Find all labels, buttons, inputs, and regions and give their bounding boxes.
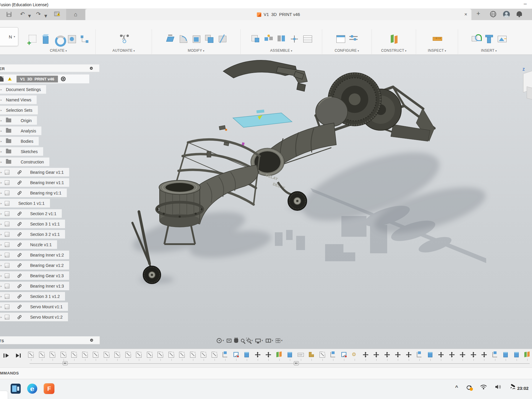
timeline-feature-icon[interactable] <box>276 351 283 359</box>
play-from-start-button[interactable] <box>3 353 10 359</box>
expand-arrow-icon[interactable]: ▸ <box>1 243 4 246</box>
app-window-icon[interactable] <box>11 384 21 394</box>
tray-chevron-up-icon[interactable]: ^ <box>455 385 458 390</box>
combine-icon[interactable] <box>203 33 215 46</box>
timeline-feature-icon[interactable] <box>103 351 110 359</box>
expand-arrow-icon[interactable]: ▸ <box>1 223 4 226</box>
timeline-feature-icon[interactable] <box>427 351 434 359</box>
timeline-feature-icon[interactable] <box>179 351 185 359</box>
viewcube-face[interactable] <box>527 87 532 102</box>
browser-tree-item[interactable]: ▸ Named Views <box>0 95 37 104</box>
browser-tree-item[interactable]: ▸ Section 3 2 v1:1 <box>0 230 65 239</box>
timeline-feature-icon[interactable] <box>49 351 56 359</box>
undo-button[interactable]: ↶ <box>20 11 25 17</box>
timeline-feature-icon[interactable] <box>330 351 336 359</box>
home-tab[interactable]: ⌂ <box>66 9 85 20</box>
timeline-feature-icon[interactable] <box>200 351 207 359</box>
document-tab[interactable]: V1 3D PRINT v46 × <box>85 9 471 20</box>
timeline-feature-icon[interactable] <box>244 351 250 359</box>
expand-arrow-icon[interactable]: ▸ <box>1 285 4 288</box>
group-label-inspect[interactable]: INSPECT▾ <box>419 48 455 53</box>
expand-arrow-icon[interactable]: ▸ <box>1 129 4 132</box>
redo-caret-icon[interactable]: ▾ <box>44 13 47 19</box>
insert-derive-icon[interactable] <box>470 33 482 46</box>
timeline-feature-icon[interactable] <box>384 351 390 359</box>
expand-arrow-icon[interactable]: ▸ <box>1 295 4 298</box>
timeline-feature-icon[interactable] <box>373 351 379 359</box>
browser-tree-item[interactable]: ▸ Bearing Gear v1:1 <box>0 168 69 176</box>
timeline-feature-icon[interactable] <box>233 351 239 359</box>
redo-button[interactable]: ↷ <box>36 11 41 17</box>
timeline-marker-handle[interactable] <box>294 361 299 365</box>
timeline-feature-icon[interactable] <box>60 351 67 359</box>
root-assembly-label[interactable]: V1 3D PRINT v46 <box>17 76 58 82</box>
timeline-feature-icon[interactable] <box>157 351 164 359</box>
construction-plane-icon[interactable] <box>388 33 400 46</box>
wifi-icon[interactable] <box>480 384 487 391</box>
timeline-feature-icon[interactable] <box>147 351 153 359</box>
user-avatar[interactable] <box>503 11 510 18</box>
expand-arrow-icon[interactable]: ▸ <box>1 88 4 91</box>
timeline-feature-icon[interactable] <box>362 351 369 359</box>
expand-arrow-icon[interactable]: ▸ <box>1 160 4 163</box>
web-home-icon[interactable] <box>490 11 496 17</box>
browser-root-row[interactable]: V1 3D PRINT v46 <box>0 74 89 83</box>
group-label-modify[interactable]: MODIFY▾ <box>154 48 238 53</box>
timeline-feature-icon[interactable] <box>416 351 423 359</box>
create-form-icon[interactable] <box>66 33 77 46</box>
timeline-feature-icon[interactable] <box>524 351 531 359</box>
timeline-feature-icon[interactable] <box>308 351 315 359</box>
expand-arrow-icon[interactable]: ▸ <box>1 119 4 122</box>
expand-arrow-icon[interactable]: ▸ <box>1 171 4 174</box>
measure-icon[interactable] <box>431 33 443 46</box>
undo-caret-icon[interactable]: ▾ <box>28 13 31 19</box>
collapse-panel-icon[interactable] <box>90 67 93 70</box>
timeline-feature-icon[interactable] <box>211 351 218 359</box>
fillet-icon[interactable] <box>177 33 189 46</box>
browser-tree-item[interactable]: ▸ Bearing Gear v1:2 <box>0 261 69 270</box>
model-combustor[interactable] <box>251 123 336 176</box>
bom-table-icon[interactable] <box>301 33 313 46</box>
new-component-icon[interactable] <box>249 33 261 46</box>
timeline-feature-icon[interactable] <box>287 351 293 359</box>
viewport[interactable]: DELAY DELAY <box>0 55 532 349</box>
timeline-feature-icon[interactable] <box>222 351 228 359</box>
timeline-feature-icon[interactable] <box>395 351 401 359</box>
expand-arrow-icon[interactable]: ▸ <box>1 140 4 143</box>
expand-arrow-icon[interactable]: ▸ <box>1 305 4 308</box>
group-label-insert[interactable]: INSERT▾ <box>460 48 517 53</box>
expand-arrow-icon[interactable]: ▸ <box>1 233 4 236</box>
timeline-feature-icon[interactable] <box>265 351 272 359</box>
workspace-selector[interactable]: N ▾ <box>0 27 18 46</box>
configuration-table-icon[interactable] <box>335 33 346 46</box>
as-built-joint-icon[interactable] <box>275 33 287 46</box>
browser-tree-item[interactable]: ▸ Servo Mount v1:1 <box>0 302 68 311</box>
timeline-feature-icon[interactable] <box>319 351 326 359</box>
expand-arrow-icon[interactable]: ▸ <box>1 212 4 215</box>
timeline-feature-icon[interactable] <box>459 351 466 359</box>
browser-tree-item[interactable]: ▸ Section 3 1 v1.2 <box>0 292 65 301</box>
browser-tree-item[interactable]: ▸ Section 3 1 v1:1 <box>0 220 65 228</box>
timeline-feature-icon[interactable] <box>449 351 455 359</box>
expand-arrow-icon[interactable]: ▸ <box>1 264 4 267</box>
browser-tree-item[interactable]: ▸ Selection Sets <box>0 106 38 114</box>
browser-tree-item[interactable]: ▸ Analysis <box>0 126 41 135</box>
browser-tree-item[interactable]: ▸ Document Settings <box>0 85 46 94</box>
pen-input-icon[interactable] <box>510 384 516 391</box>
group-label-create[interactable]: CREATE▾ <box>24 48 93 53</box>
minimize-button[interactable]: – <box>524 1 527 7</box>
revolve-icon[interactable] <box>53 33 64 46</box>
viewcube[interactable]: Z <box>522 67 532 103</box>
create-sketch-icon[interactable] <box>27 33 38 46</box>
save-icon[interactable] <box>7 12 12 17</box>
shell-icon[interactable] <box>190 33 202 46</box>
expand-arrow-icon[interactable]: ▸ <box>1 202 4 205</box>
split-body-icon[interactable] <box>216 33 228 46</box>
nav-tool-button[interactable] <box>227 339 231 343</box>
browser-tree-item[interactable]: ▸ Section 1 v1:1 <box>0 199 50 207</box>
nav-tool-button[interactable]: ▾ <box>266 339 273 343</box>
timeline-feature-icon[interactable] <box>190 351 196 359</box>
browser-tree-item[interactable]: ▸ Section 2 v1:1 <box>0 209 62 218</box>
group-label-automate[interactable]: AUTOMATE▾ <box>98 48 149 53</box>
expand-arrow-icon[interactable]: ▸ <box>1 254 4 257</box>
